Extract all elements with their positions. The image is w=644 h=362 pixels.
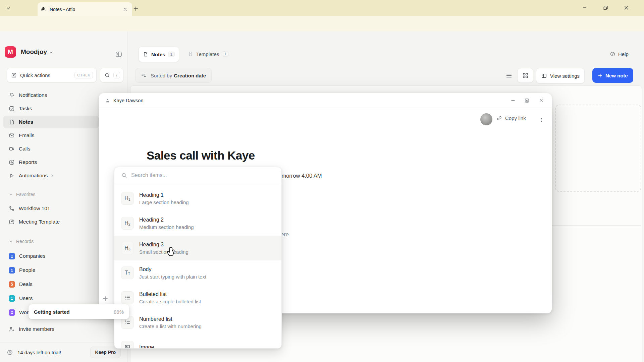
note-icon [9, 119, 15, 125]
slash-menu-search[interactable]: Search items... [114, 167, 281, 183]
add-block-icon[interactable] [100, 294, 110, 304]
tooltip-label: Getting started [34, 309, 70, 315]
modal-close-icon[interactable] [536, 96, 546, 105]
users-icon [9, 295, 15, 302]
template-icon [9, 219, 15, 225]
sidebar-item-calls[interactable]: Calls [3, 142, 99, 155]
sidebar-item-deals[interactable]: $ Deals [3, 278, 99, 291]
sort-icon [141, 72, 147, 78]
svg-text:2: 2 [125, 322, 126, 324]
screen: Notes - Attio [0, 0, 644, 362]
invite-members-button[interactable]: Invite members [3, 323, 99, 336]
menu-item-numbered-list[interactable]: 12 Numbered listCreate a list with numbe… [114, 310, 281, 335]
deals-icon: $ [9, 281, 15, 288]
sidebar-item-users[interactable]: Users [3, 292, 99, 305]
invite-members-icon [9, 326, 15, 332]
sidebar-item-automations[interactable]: Automations [3, 169, 99, 182]
help-button[interactable]: Help [610, 49, 629, 59]
sidebar-item-notes[interactable]: Notes [3, 116, 99, 128]
grid-view-icon[interactable] [517, 68, 533, 83]
video-call-icon [9, 146, 15, 152]
search-icon [104, 72, 110, 78]
sidebar-item-tasks[interactable]: Tasks [3, 102, 99, 115]
browser-toolbar: app.attio.com/moodjoycorp/notes/notes?mo… [0, 16, 644, 31]
sort-control[interactable]: Sorted by Creation date [135, 68, 212, 83]
records-section-header[interactable]: Records [9, 237, 34, 246]
workspaces-icon [9, 309, 15, 316]
upgrade-icon [7, 349, 13, 356]
heading-3-icon: H3 [121, 242, 134, 254]
chevron-down-icon [9, 192, 13, 196]
command-k-icon [11, 72, 17, 78]
menu-item-body[interactable]: TT BodyJust start typing with plain text [114, 260, 281, 285]
window-close-icon[interactable] [619, 3, 633, 13]
trial-bar: 14 days left on trial! Keep Pro [7, 345, 121, 360]
body-text-icon: TT [121, 266, 134, 279]
modal-expand-icon[interactable] [522, 96, 532, 105]
browser-tab-title: Notes - Attio [50, 7, 121, 12]
image-icon [121, 341, 134, 349]
app: M Moodjoy Quick actions CTRLK / Notifica… [0, 31, 644, 362]
workspace-logo: M [5, 46, 16, 58]
tab-notes[interactable]: Notes 1 [139, 47, 179, 62]
link-icon [496, 115, 502, 121]
bulleted-list-icon [121, 291, 134, 304]
quick-actions-button[interactable]: Quick actions CTRLK [7, 68, 97, 82]
sidebar-item-emails[interactable]: Emails [3, 129, 99, 142]
workspace-name: Moodjoy [21, 48, 47, 56]
browser-tab[interactable]: Notes - Attio [38, 2, 132, 16]
window-minimize-icon[interactable] [578, 3, 592, 13]
sidebar-item-workflow-101[interactable]: Workflow 101 [3, 202, 99, 215]
favorites-section-header[interactable]: Favorites [9, 190, 36, 199]
menu-item-bulleted-list[interactable]: Bulleted listCreate a simple bulleted li… [114, 285, 281, 310]
sidebar-collapse-icon[interactable] [114, 50, 123, 59]
mouse-cursor [167, 246, 178, 259]
sidebar-item-meeting-template[interactable]: Meeting Template [3, 216, 99, 228]
view-settings-button[interactable]: View settings [536, 68, 585, 83]
browser-tabstrip: Notes - Attio [0, 0, 644, 16]
svg-text:1: 1 [125, 320, 126, 322]
note-options-icon[interactable] [537, 115, 546, 125]
automations-icon [9, 173, 15, 179]
sidebar-item-people[interactable]: People [3, 264, 99, 277]
keep-pro-button[interactable]: Keep Pro [90, 347, 121, 358]
sidebar-item-companies[interactable]: Companies [3, 250, 99, 262]
new-note-button[interactable]: New note [592, 68, 633, 83]
note-title[interactable]: Sales call with Kaye [147, 149, 255, 162]
copy-link-button[interactable]: Copy link [496, 115, 526, 121]
tab-templates[interactable]: Templates 1 [184, 47, 233, 61]
note-author-avatar[interactable] [480, 113, 492, 125]
sidebar-item-notifications[interactable]: Notifications [3, 89, 99, 102]
note-meta-time[interactable]: Tomorrow 4:00 AM [276, 173, 322, 179]
slash-command-menu: Search items... H1 Heading 1Large sectio… [114, 167, 282, 349]
list-view-icon[interactable] [504, 70, 514, 80]
modal-minimize-icon[interactable] [508, 96, 518, 105]
menu-item-heading-2[interactable]: H2 Heading 2Medium section heading [114, 211, 281, 236]
menu-item-heading-3[interactable]: H3 Heading 3Small section heading [114, 236, 281, 260]
menu-item-heading-1[interactable]: H1 Heading 1Large section heading [114, 186, 281, 211]
modal-titlebar: Kaye Dawson [99, 93, 552, 108]
search-icon [121, 172, 127, 178]
chevron-right-icon [50, 174, 54, 178]
people-icon [9, 267, 15, 274]
heading-1-icon: H1 [121, 192, 134, 205]
menu-item-image[interactable]: Image [114, 335, 281, 349]
notes-count-badge: 1 [168, 52, 175, 57]
tab-close-icon[interactable] [121, 6, 129, 13]
note-icon [143, 52, 148, 57]
tooltip-percent: 86% [114, 309, 124, 315]
workflow-icon [9, 205, 15, 212]
reports-icon [9, 159, 15, 165]
bell-icon [9, 92, 15, 98]
window-restore-icon[interactable] [598, 3, 612, 13]
sidebar-item-reports[interactable]: Reports [3, 156, 99, 169]
plus-icon [598, 73, 603, 78]
email-icon [9, 132, 15, 138]
tab-search-chevron-icon[interactable] [3, 3, 13, 13]
search-button[interactable]: / [100, 68, 123, 82]
attio-favicon [41, 6, 47, 12]
new-tab-icon[interactable] [131, 4, 140, 13]
workspace-switcher[interactable]: M Moodjoy [5, 46, 53, 58]
search-shortcut: / [113, 72, 120, 78]
sidebar-divider [0, 343, 127, 343]
